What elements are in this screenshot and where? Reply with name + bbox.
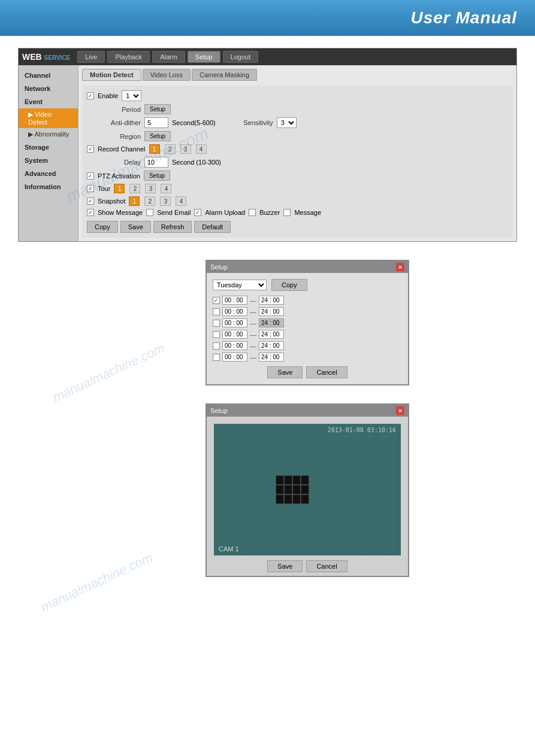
dialog-save-btn-1[interactable]: Save — [267, 366, 303, 378]
sidebar-item-video-defect[interactable]: ▶ Video Defect — [19, 108, 78, 128]
channel-btn-3[interactable]: 3 — [180, 144, 191, 154]
nav-playback[interactable]: Playback — [107, 51, 150, 63]
save-btn[interactable]: Save — [120, 221, 151, 233]
tour-ch-1[interactable]: 1 — [114, 184, 125, 193]
sched-to-4[interactable] — [259, 341, 284, 350]
dialog-close-btn-1[interactable]: ✕ — [396, 263, 404, 271]
snapshot-checkbox[interactable] — [87, 198, 94, 205]
day-select[interactable]: Tuesday — [213, 280, 267, 290]
sched-check-3[interactable] — [213, 331, 220, 338]
alarm-upload-checkbox[interactable] — [194, 209, 201, 216]
sidebar-item-storage[interactable]: Storage — [19, 141, 78, 154]
sched-to-1[interactable] — [259, 307, 284, 316]
tour-ch-4[interactable]: 4 — [161, 184, 171, 193]
tour-label: Tour — [98, 185, 110, 192]
sched-from-3[interactable] — [222, 330, 247, 339]
sidebar-item-abnormality[interactable]: ▶ Abnormality — [19, 128, 78, 141]
tab-camera-masking[interactable]: Camera Masking — [192, 69, 257, 81]
sched-from-0[interactable] — [222, 296, 247, 305]
snapshot-label: Snapshot — [98, 198, 125, 205]
tour-ch-3[interactable]: 3 — [145, 184, 156, 193]
refresh-btn[interactable]: Refresh — [153, 221, 192, 233]
buzzer-checkbox[interactable] — [249, 209, 256, 216]
tour-ch-2[interactable]: 2 — [129, 184, 140, 193]
sched-check-2[interactable] — [213, 320, 220, 327]
ptz-checkbox[interactable] — [87, 172, 94, 180]
period-setup-btn[interactable]: Setup — [144, 104, 171, 114]
anti-dither-input[interactable] — [144, 117, 168, 128]
sched-to-5[interactable] — [259, 353, 284, 362]
delay-unit: Second (10-300) — [172, 159, 221, 166]
tour-checkbox[interactable] — [87, 185, 94, 192]
default-btn[interactable]: Default — [194, 221, 231, 233]
enable-select[interactable]: 1 — [122, 90, 141, 101]
copy-day-btn[interactable]: Copy — [271, 279, 307, 291]
send-email-checkbox[interactable] — [146, 209, 153, 216]
motion-cell-6 — [292, 485, 301, 494]
sidebar-item-channel[interactable]: Channel — [19, 69, 78, 82]
dialog-cancel-btn-2[interactable]: Cancel — [306, 560, 347, 572]
motion-cell-0 — [276, 475, 284, 485]
message-label: Message — [294, 209, 321, 216]
channel-btn-1[interactable]: 1 — [149, 144, 160, 154]
dialog-content-1: Tuesday Copy — — — — [207, 273, 408, 384]
snapshot-ch-2[interactable]: 2 — [144, 196, 155, 206]
sched-to-0[interactable] — [259, 296, 284, 305]
sched-from-2[interactable] — [222, 318, 247, 327]
sched-to-3[interactable] — [259, 330, 284, 339]
alarm-upload-label: Alarm Upload — [205, 209, 245, 216]
period-row: Period Setup — [87, 104, 508, 114]
sidebar-item-system[interactable]: System — [19, 154, 78, 167]
period-label: Period — [87, 106, 141, 113]
send-email-label: Send Email — [157, 209, 191, 216]
channel-btn-2[interactable]: 2 — [165, 144, 176, 154]
dialog-cancel-btn-1[interactable]: Cancel — [306, 366, 347, 378]
sched-check-0[interactable] — [213, 297, 220, 304]
sched-check-5[interactable] — [213, 354, 220, 361]
show-msg-checkbox[interactable] — [87, 209, 94, 216]
copy-btn[interactable]: Copy — [87, 221, 118, 233]
show-message-row: Show Message Send Email Alarm Upload Buz… — [87, 209, 508, 216]
nav-alarm[interactable]: Alarm — [152, 51, 185, 63]
delay-input[interactable] — [144, 157, 168, 168]
record-channel-row: Record Channel 1 2 3 4 — [87, 144, 508, 154]
abnormality-label: Abnormality — [34, 130, 69, 138]
enable-row: Enable 1 — [87, 90, 508, 101]
sidebar-item-information[interactable]: Information — [19, 180, 78, 193]
sensitivity-select[interactable]: 3 — [277, 117, 297, 128]
sidebar-item-event[interactable]: Event — [19, 95, 78, 108]
sidebar-item-network[interactable]: Network — [19, 82, 78, 95]
dialog-close-btn-2[interactable]: ✕ — [396, 406, 404, 415]
tab-bar: Motion Detect Video Loss Camera Masking — [82, 69, 513, 81]
schedule-row-4: — — [213, 341, 402, 350]
region-row: Region Setup — [87, 131, 508, 141]
snapshot-ch-3[interactable]: 3 — [160, 196, 171, 206]
channel-btn-4[interactable]: 4 — [196, 144, 207, 154]
message-checkbox[interactable] — [283, 209, 291, 216]
motion-cell-10 — [292, 494, 301, 504]
sched-check-1[interactable] — [213, 308, 220, 315]
tab-motion-detect[interactable]: Motion Detect — [82, 69, 141, 81]
dialog-save-btn-2[interactable]: Save — [267, 560, 303, 572]
tab-video-loss[interactable]: Video Loss — [143, 69, 191, 81]
snapshot-ch-4[interactable]: 4 — [176, 196, 186, 206]
sched-from-1[interactable] — [222, 307, 247, 316]
record-channel-checkbox[interactable] — [87, 145, 94, 153]
camera-timestamp: 2013-01-08 03:10:16 — [328, 427, 396, 433]
motion-cell-4 — [276, 485, 284, 494]
nav-logout[interactable]: Logout — [223, 51, 259, 63]
nav-live[interactable]: Live — [77, 51, 105, 63]
enable-checkbox[interactable] — [87, 92, 94, 99]
snapshot-ch-1[interactable]: 1 — [129, 196, 140, 206]
delay-label: Delay — [87, 159, 141, 166]
ptz-setup-btn[interactable]: Setup — [144, 171, 170, 181]
region-setup-btn[interactable]: Setup — [144, 131, 171, 141]
web-service-logo: WEB SERVICE — [22, 52, 70, 62]
snapshot-row: Snapshot 1 2 3 4 — [87, 196, 508, 206]
sched-from-5[interactable] — [222, 353, 247, 362]
sidebar-item-advanced[interactable]: Advanced — [19, 167, 78, 180]
sched-from-4[interactable] — [222, 341, 247, 350]
sched-to-2[interactable] — [259, 318, 284, 327]
nav-setup[interactable]: Setup — [188, 51, 220, 63]
sched-check-4[interactable] — [213, 342, 220, 350]
